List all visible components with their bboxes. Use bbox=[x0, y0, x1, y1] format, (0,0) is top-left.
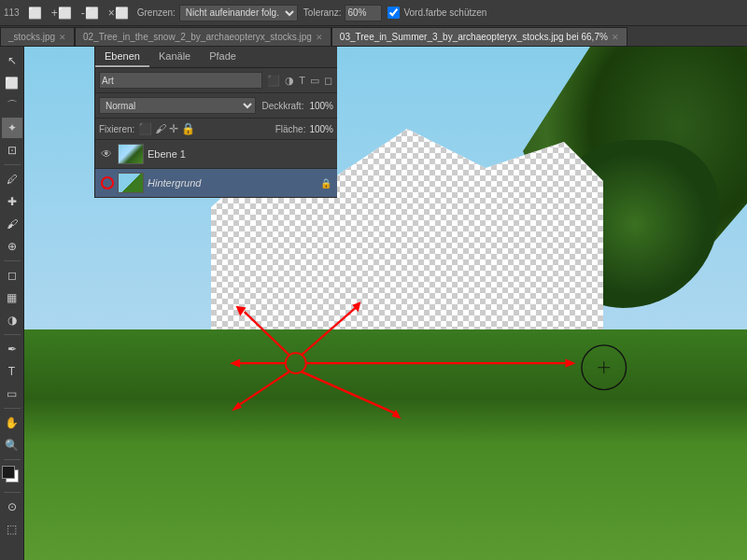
layers-mode-row: Normal Deckkraft: 100% bbox=[95, 93, 337, 119]
marquee-tool[interactable]: ⬜ bbox=[2, 73, 22, 93]
screen-mode-btn[interactable]: ⬚ bbox=[2, 519, 22, 539]
tool-divider-3 bbox=[4, 334, 21, 335]
tool-divider-4 bbox=[4, 408, 21, 409]
filter-text-btn[interactable]: T bbox=[298, 75, 306, 87]
eyedropper-tool[interactable]: 🖊 bbox=[2, 169, 22, 189]
zoom-tool[interactable]: 🔍 bbox=[2, 435, 22, 455]
layers-search-input[interactable] bbox=[99, 72, 262, 89]
fix-pixel-btn[interactable]: ⬛ bbox=[138, 122, 152, 135]
quick-mask-btn[interactable]: ⊙ bbox=[2, 497, 22, 517]
dodge-tool[interactable]: ◑ bbox=[2, 310, 22, 330]
grenzen-group: Grenzen: Nicht aufeinander folg. bbox=[137, 5, 298, 21]
opacity-value: 100% bbox=[309, 101, 333, 111]
vord-group: Vord.farbe schützen bbox=[388, 7, 486, 19]
shape-tool[interactable]: ▭ bbox=[2, 384, 22, 404]
layer-item-0[interactable]: 👁 Ebene 1 bbox=[95, 140, 337, 169]
fix-all-btn[interactable]: 🔒 bbox=[181, 122, 195, 135]
move-tool[interactable]: ↖ bbox=[2, 50, 22, 71]
fix-label: Fixieren: bbox=[99, 124, 134, 134]
healing-tool[interactable]: ✚ bbox=[2, 191, 22, 212]
main-layout: ↖ ⬜ ⌒ ✦ ⊡ 🖊 ✚ 🖌 ⊕ ◻ ▦ ◑ ✒ T ▭ ✋ 🔍 bbox=[0, 47, 747, 560]
fill-value: 100% bbox=[309, 124, 333, 134]
tab-0[interactable]: _stocks.jpg ✕ bbox=[0, 27, 75, 46]
layers-search-row: ⬛ ◑ T ▭ ◻ bbox=[95, 68, 337, 93]
layer-1-lock-icon: 🔒 bbox=[320, 178, 331, 189]
layers-tab[interactable]: Ebenen bbox=[95, 47, 149, 67]
tool-divider-1 bbox=[4, 164, 21, 165]
clone-tool[interactable]: ⊕ bbox=[2, 236, 22, 257]
type-tool[interactable]: T bbox=[2, 361, 22, 382]
tool-icon-number: 113 bbox=[4, 7, 20, 18]
layer-0-thumbnail bbox=[118, 144, 144, 164]
crop-tool[interactable]: ⊡ bbox=[2, 140, 22, 161]
vordfarbe-label: Vord.farbe schützen bbox=[403, 7, 486, 18]
toleranz-input[interactable] bbox=[345, 5, 382, 21]
subtract-selection-btn[interactable]: -⬜ bbox=[78, 6, 102, 21]
gradient-tool[interactable]: ▦ bbox=[2, 287, 22, 308]
eraser-tool[interactable]: ◻ bbox=[2, 265, 22, 286]
fix-brush-btn[interactable]: 🖌 bbox=[155, 122, 166, 135]
layer-0-name: Ebene 1 bbox=[148, 148, 331, 160]
layers-panel-tabs: Ebenen Kanäle Pfade bbox=[95, 47, 337, 68]
filter-pixel-btn[interactable]: ⬛ bbox=[266, 75, 281, 87]
layer-filter-icons: ⬛ ◑ T ▭ ◻ bbox=[266, 75, 333, 87]
layer-1-name: Hintergrund bbox=[148, 177, 317, 189]
layer-0-visibility[interactable]: 👁 bbox=[101, 147, 114, 161]
tool-divider-2 bbox=[4, 260, 21, 261]
tab-2-label: 03_Tree_in_Summer_3_by_archaeopteryx_sto… bbox=[340, 32, 608, 42]
grenzen-select[interactable]: Nicht aufeinander folg. bbox=[179, 5, 298, 21]
layer-1-thumbnail bbox=[118, 173, 144, 193]
channels-tab[interactable]: Kanäle bbox=[149, 47, 200, 67]
tab-1-close[interactable]: ✕ bbox=[316, 33, 323, 42]
filter-adjust-btn[interactable]: ◑ bbox=[284, 75, 295, 87]
tabs-bar: _stocks.jpg ✕ 02_Tree_in_the_snow_2_by_a… bbox=[0, 26, 747, 47]
layer-item-1[interactable]: Hintergrund 🔒 bbox=[95, 169, 337, 198]
new-selection-btn[interactable]: ⬜ bbox=[25, 6, 45, 21]
color-swatches bbox=[2, 466, 22, 486]
tool-mode-group: ⬜ +⬜ -⬜ ×⬜ bbox=[25, 6, 132, 21]
toleranz-group: Toleranz: bbox=[303, 5, 383, 21]
layer-1-target-icon bbox=[101, 176, 114, 189]
filter-smart-btn[interactable]: ◻ bbox=[323, 75, 333, 87]
tab-0-close[interactable]: ✕ bbox=[59, 33, 66, 42]
paths-tab[interactable]: Pfade bbox=[200, 47, 246, 67]
fix-icons-group: ⬛ 🖌 ✛ 🔒 bbox=[138, 122, 195, 135]
add-selection-btn[interactable]: +⬜ bbox=[49, 6, 75, 21]
layers-fix-row: Fixieren: ⬛ 🖌 ✛ 🔒 Fläche: 100% bbox=[95, 119, 337, 140]
canvas-area: Ebenen Kanäle Pfade ⬛ ◑ T ▭ ◻ Normal bbox=[24, 47, 747, 560]
vordfarbe-checkbox[interactable] bbox=[388, 7, 400, 19]
tab-1[interactable]: 02_Tree_in_the_snow_2_by_archaeopteryx_s… bbox=[75, 27, 331, 46]
fix-move-btn[interactable]: ✛ bbox=[169, 122, 178, 135]
opacity-label: Deckkraft: bbox=[261, 101, 303, 111]
tool-divider-6 bbox=[4, 492, 21, 493]
grenzen-label: Grenzen: bbox=[137, 7, 176, 18]
tab-1-label: 02_Tree_in_the_snow_2_by_archaeopteryx_s… bbox=[83, 32, 312, 42]
tool-divider-5 bbox=[4, 459, 21, 460]
green-field bbox=[24, 329, 747, 561]
tab-2[interactable]: 03_Tree_in_Summer_3_by_archaeopteryx_sto… bbox=[331, 27, 627, 46]
foreground-color-swatch[interactable] bbox=[2, 466, 15, 479]
lasso-tool[interactable]: ⌒ bbox=[2, 95, 22, 116]
layers-panel: Ebenen Kanäle Pfade ⬛ ◑ T ▭ ◻ Normal bbox=[94, 47, 337, 198]
top-toolbar: 113 ⬜ +⬜ -⬜ ×⬜ Grenzen: Nicht aufeinande… bbox=[0, 0, 747, 26]
tab-2-close[interactable]: ✕ bbox=[612, 33, 619, 42]
tab-0-label: _stocks.jpg bbox=[8, 32, 55, 42]
path-tool[interactable]: ✒ bbox=[2, 339, 22, 359]
toleranz-label: Toleranz: bbox=[303, 7, 342, 18]
left-toolbar: ↖ ⬜ ⌒ ✦ ⊡ 🖊 ✚ 🖌 ⊕ ◻ ▦ ◑ ✒ T ▭ ✋ 🔍 bbox=[0, 47, 24, 560]
hand-tool[interactable]: ✋ bbox=[2, 413, 22, 433]
magic-wand-tool[interactable]: ✦ bbox=[2, 118, 22, 138]
layers-list: 👁 Ebene 1 Hintergrund 🔒 bbox=[95, 140, 337, 198]
brush-tool[interactable]: 🖌 bbox=[2, 214, 22, 234]
intersect-selection-btn[interactable]: ×⬜ bbox=[106, 6, 132, 21]
filter-shape-btn[interactable]: ▭ bbox=[309, 75, 320, 87]
blend-mode-select[interactable]: Normal bbox=[99, 97, 256, 114]
fill-label: Fläche: bbox=[275, 124, 306, 134]
